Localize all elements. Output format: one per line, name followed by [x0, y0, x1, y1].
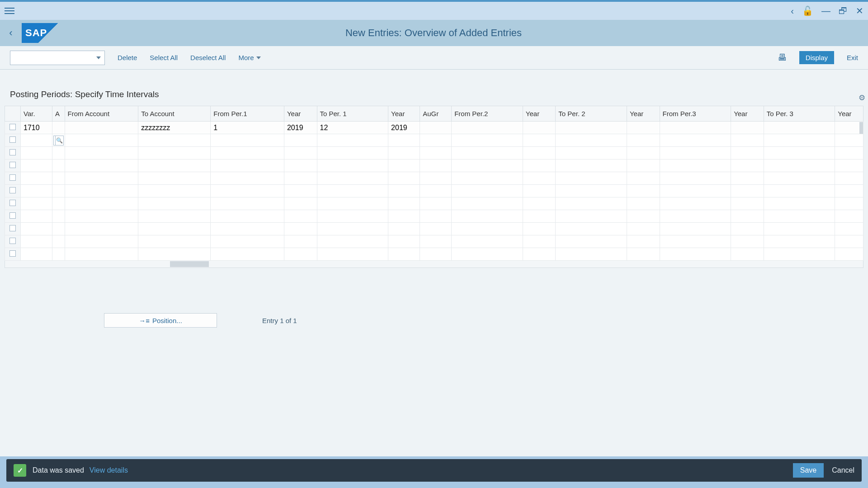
menu-icon[interactable] [5, 6, 14, 16]
row-select-cell[interactable] [5, 197, 21, 210]
cell-year2a[interactable] [523, 172, 556, 185]
cell-augr[interactable] [420, 160, 452, 172]
cell-a[interactable] [52, 172, 65, 185]
cell-augr[interactable] [420, 235, 452, 248]
vertical-scrollbar-thumb[interactable] [859, 122, 863, 134]
cell-to_acct[interactable] [138, 172, 211, 185]
cell-to_acct[interactable] [138, 185, 211, 197]
cell-to_per1[interactable] [317, 197, 388, 210]
cell-from_acct[interactable] [65, 134, 138, 147]
cell-year3b[interactable] [835, 223, 863, 235]
cell-year2b[interactable] [627, 134, 660, 147]
cell-year1b[interactable] [388, 248, 420, 261]
checkbox-icon[interactable] [9, 149, 16, 155]
cell-year1b[interactable] [388, 197, 420, 210]
cell-year1b[interactable] [388, 147, 420, 160]
cell-year3a[interactable] [731, 122, 764, 134]
table-row[interactable] [5, 172, 863, 185]
row-select-cell[interactable] [5, 160, 21, 172]
row-select-cell[interactable] [5, 210, 21, 223]
cell-year3b[interactable] [835, 172, 863, 185]
cell-from_per1[interactable] [211, 147, 284, 160]
print-icon[interactable]: 🖶 [778, 52, 787, 63]
cell-year3b[interactable] [835, 185, 863, 197]
cell-year3b[interactable] [835, 134, 863, 147]
cell-var[interactable] [21, 147, 52, 160]
cell-from_per2[interactable] [452, 235, 523, 248]
cell-from_per2[interactable] [452, 185, 523, 197]
view-details-link[interactable]: View details [90, 466, 128, 474]
cell-year2a[interactable] [523, 122, 556, 134]
cell-year3b[interactable] [835, 147, 863, 160]
cell-to_per3[interactable] [764, 210, 835, 223]
cell-year3a[interactable] [731, 160, 764, 172]
cell-to_per1[interactable] [317, 235, 388, 248]
cell-year1a[interactable] [284, 160, 317, 172]
cell-from_acct[interactable] [65, 235, 138, 248]
cell-var[interactable] [21, 197, 52, 210]
restore-icon[interactable]: 🗗 [839, 6, 848, 16]
cell-to_per1[interactable] [317, 160, 388, 172]
cell-to_per1[interactable]: 12 [317, 122, 388, 134]
row-select-cell[interactable] [5, 223, 21, 235]
command-dropdown[interactable] [10, 51, 105, 65]
cell-from_per3[interactable] [660, 210, 731, 223]
cell-to_per3[interactable] [764, 122, 835, 134]
cell-year2a[interactable] [523, 160, 556, 172]
cell-year3a[interactable] [731, 223, 764, 235]
cell-a[interactable] [52, 122, 65, 134]
cell-year1a[interactable] [284, 185, 317, 197]
cell-from_acct[interactable] [65, 122, 138, 134]
column-header-augr[interactable]: AuGr [420, 106, 452, 122]
cell-augr[interactable] [420, 172, 452, 185]
cell-from_per1[interactable] [211, 210, 284, 223]
gear-icon[interactable]: ⚙ [859, 93, 865, 103]
cell-to_acct[interactable] [138, 235, 211, 248]
cell-augr[interactable] [420, 185, 452, 197]
cell-a[interactable]: 🔍 [52, 134, 65, 147]
cell-year1a[interactable] [284, 210, 317, 223]
cell-from_per1[interactable] [211, 172, 284, 185]
deselect-all-button[interactable]: Deselect All [190, 54, 226, 61]
cell-augr[interactable] [420, 248, 452, 261]
cell-year3a[interactable] [731, 134, 764, 147]
cell-from_acct[interactable] [65, 147, 138, 160]
column-header-year3a[interactable]: Year [731, 106, 764, 122]
cell-from_per3[interactable] [660, 160, 731, 172]
cell-augr[interactable] [420, 134, 452, 147]
cell-from_acct[interactable] [65, 197, 138, 210]
cell-from_per1[interactable] [211, 160, 284, 172]
cell-var[interactable] [21, 248, 52, 261]
cell-year3b[interactable] [835, 160, 863, 172]
cell-from_per3[interactable] [660, 235, 731, 248]
row-select-cell[interactable] [5, 147, 21, 160]
cell-from_acct[interactable] [65, 248, 138, 261]
cell-year3a[interactable] [731, 197, 764, 210]
back-button[interactable]: ‹ [0, 27, 22, 39]
cell-from_per1[interactable] [211, 248, 284, 261]
cell-to_per3[interactable] [764, 235, 835, 248]
checkbox-icon[interactable] [9, 250, 16, 257]
cell-augr[interactable] [420, 210, 452, 223]
cell-year3a[interactable] [731, 185, 764, 197]
cancel-button[interactable]: Cancel [832, 466, 854, 474]
horizontal-scrollbar-thumb[interactable] [170, 261, 209, 267]
cell-year2b[interactable] [627, 197, 660, 210]
cell-year2b[interactable] [627, 147, 660, 160]
cell-to_acct[interactable] [138, 197, 211, 210]
column-header-year2a[interactable]: Year [523, 106, 556, 122]
cell-from_per2[interactable] [452, 248, 523, 261]
cell-year1a[interactable] [284, 223, 317, 235]
column-header-var[interactable]: Var. [21, 106, 52, 122]
checkbox-icon[interactable] [9, 200, 16, 206]
table-row[interactable] [5, 185, 863, 197]
column-header-a[interactable]: A [52, 106, 65, 122]
table-row[interactable] [5, 210, 863, 223]
cell-to_per1[interactable] [317, 172, 388, 185]
table-row[interactable] [5, 223, 863, 235]
cell-to_per3[interactable] [764, 223, 835, 235]
cell-year1a[interactable]: 2019 [284, 122, 317, 134]
cell-year2a[interactable] [523, 223, 556, 235]
cell-from_per2[interactable] [452, 122, 523, 134]
checkbox-icon[interactable] [9, 124, 16, 130]
